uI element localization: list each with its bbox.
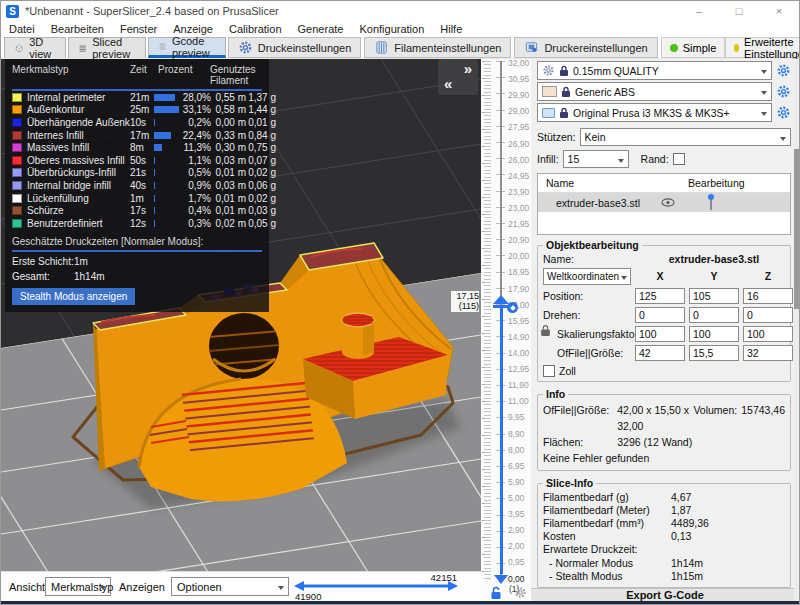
edit-object-icon[interactable]	[710, 197, 712, 209]
scale-y-input[interactable]: 100	[689, 326, 739, 342]
feature-color-swatch	[12, 93, 22, 102]
legend-row: Internes Infill17m22,4%0,33 m0,84 g	[12, 129, 262, 142]
layer-tick-label: 12,95	[508, 365, 532, 374]
chevron-left-icon: «	[444, 76, 472, 91]
feature-label: Überhängende Außenkontur	[27, 117, 130, 128]
rotate-z-input[interactable]: 0	[743, 307, 793, 323]
object-edit-header: Bearbeitung	[688, 177, 745, 189]
position-z-input[interactable]: 16	[743, 288, 793, 304]
feature-color-swatch	[12, 194, 22, 203]
tab-printer-settings[interactable]: Druckereinstellungen	[514, 37, 657, 58]
layer-slider[interactable]: 32,0030,9529,9029,0027,9526,9026,0024,95…	[481, 59, 531, 601]
printer-settings-gear-icon[interactable]	[776, 105, 791, 120]
tab-filament-settings[interactable]: Filamenteinstellungen	[364, 37, 511, 58]
tab-3d-view[interactable]: 3D view	[4, 37, 66, 58]
object-row[interactable]: extruder-base3.stl	[538, 193, 790, 212]
slice-info-panel: Slice-Info Filamentbedarf (g)4,67 Filame…	[537, 483, 791, 588]
sidebar-scrollbar[interactable]	[794, 59, 799, 601]
uniform-scale-lock-icon[interactable]	[540, 324, 551, 337]
show-options-select[interactable]: Optionen	[171, 577, 289, 596]
view-options-bar: Ansicht Merkmalstyp Anzeigen Optionen 42…	[1, 571, 481, 601]
gear-icon	[542, 64, 555, 77]
feature-grams: 1,44 g	[246, 104, 276, 115]
tab-gcode-preview[interactable]: Gcode preview	[148, 37, 226, 58]
rotate-x-input[interactable]: 0	[635, 307, 685, 323]
scale-x-input[interactable]: 100	[635, 326, 685, 342]
maximize-button[interactable]: □	[719, 1, 759, 21]
3d-viewport[interactable]: Merkmalstyp Zeit Prozent Genutztes Filam…	[1, 59, 481, 571]
slider-gear-icon[interactable]	[514, 586, 527, 599]
chevron-down-icon	[278, 586, 284, 590]
print-settings-gear-icon[interactable]	[776, 63, 791, 78]
info-volume-value: 15743,46	[741, 402, 785, 434]
rotate-label: Drehen:	[543, 309, 631, 321]
print-profile-select[interactable]: 0.15mm QUALITY	[537, 61, 772, 80]
menu-anzeige[interactable]: Anzeige	[173, 23, 213, 35]
tab-sliced-preview[interactable]: Sliced preview	[68, 37, 146, 58]
percent-bar	[154, 157, 182, 164]
slider-bottom-handle[interactable]	[494, 575, 508, 584]
feature-label: Schürze	[27, 205, 130, 216]
filament-m-value: 1,87	[671, 504, 785, 517]
window-bottom-edge	[1, 601, 799, 605]
feature-grams: 0,75 g	[246, 142, 276, 153]
layer-tick-label: 0,00	[508, 575, 532, 584]
menu-generate[interactable]: Generate	[298, 23, 344, 35]
position-y-input[interactable]: 105	[689, 288, 739, 304]
coordinates-select[interactable]: Weltkoordinaten	[543, 268, 631, 285]
menu-datei[interactable]: Datei	[9, 23, 35, 35]
unlock-icon[interactable]	[490, 586, 502, 600]
view-type-select[interactable]: Merkmalstyp	[45, 577, 111, 596]
layer-tick-label: 29,00	[508, 107, 532, 116]
export-gcode-button[interactable]: Export G-Code	[531, 588, 799, 601]
menu-hilfe[interactable]: Hilfe	[440, 23, 462, 35]
minimize-button[interactable]: –	[679, 1, 719, 21]
rotate-y-input[interactable]: 0	[689, 307, 739, 323]
layer-slider-handle[interactable]	[493, 295, 509, 304]
tab-print-settings[interactable]: Druckeinstellungen	[228, 37, 362, 58]
window-title: *Unbenannt - SuperSlicer_2.4 based on Pr…	[25, 5, 279, 17]
tab-label: 3D view	[29, 36, 56, 60]
scale-z-input[interactable]: 100	[743, 326, 793, 342]
tab-label: Filamenteinstellungen	[394, 42, 501, 54]
size-y-input[interactable]: 15,5	[689, 345, 739, 361]
collapse-sidebar-button[interactable]: » «	[438, 59, 478, 95]
mode-advanced[interactable]: Erweiterte Einstellungen	[725, 37, 800, 58]
legend-row: Außenkontur25m33,1%0,58 m1,44 g	[12, 104, 262, 117]
stealth-mode-button[interactable]: Stealth Modus anzeigen	[12, 288, 135, 305]
feature-time: 25m	[130, 104, 154, 115]
chevron-down-icon	[618, 159, 624, 163]
position-x-input[interactable]: 125	[635, 288, 685, 304]
menu-bearbeiten[interactable]: Bearbeiten	[51, 23, 104, 35]
printer-profile-select[interactable]: Original Prusa i3 MK3S & MK3S+	[537, 103, 772, 122]
infill-select[interactable]: 15	[563, 150, 629, 168]
legend-header-feature: Merkmalstyp	[12, 64, 130, 86]
scrollbar-thumb[interactable]	[794, 149, 799, 309]
printer-icon	[524, 40, 539, 55]
first-layer-row: Erste Schicht: 1m	[12, 256, 262, 267]
menu-konfiguration[interactable]: Konfiguration	[359, 23, 424, 35]
current-layer-height: 17,15	[451, 291, 479, 301]
filament-settings-gear-icon[interactable]	[776, 84, 791, 99]
menu-calibration[interactable]: Calibration	[229, 23, 282, 35]
size-x-input[interactable]: 42	[635, 345, 685, 361]
close-button[interactable]: ×	[759, 1, 799, 21]
supports-select[interactable]: Kein	[580, 128, 791, 146]
layer-tick-label: 30,95	[508, 75, 532, 84]
mode-simple[interactable]: Simple	[661, 37, 726, 58]
layers-icon	[78, 41, 87, 56]
menu-fenster[interactable]: Fenster	[120, 23, 157, 35]
brim-checkbox[interactable]	[673, 153, 685, 165]
filament-profile-select[interactable]: Generic ABS	[537, 82, 772, 101]
size-z-input[interactable]: 32	[743, 345, 793, 361]
percent-bar	[154, 195, 182, 202]
visibility-eye-icon[interactable]	[648, 198, 688, 207]
normal-mode-value: 1h14m	[671, 557, 785, 570]
legend-row: Oberes massives Infill50s1,1%0,03 m0,07 …	[12, 154, 262, 167]
layer-marker-icon[interactable]	[507, 302, 518, 313]
feature-label: Lückenfüllung	[27, 193, 130, 204]
inches-checkbox[interactable]	[543, 365, 555, 377]
show-options-value: Optionen	[177, 581, 222, 593]
lock-icon	[559, 107, 569, 119]
feature-time: 21s	[130, 167, 154, 178]
